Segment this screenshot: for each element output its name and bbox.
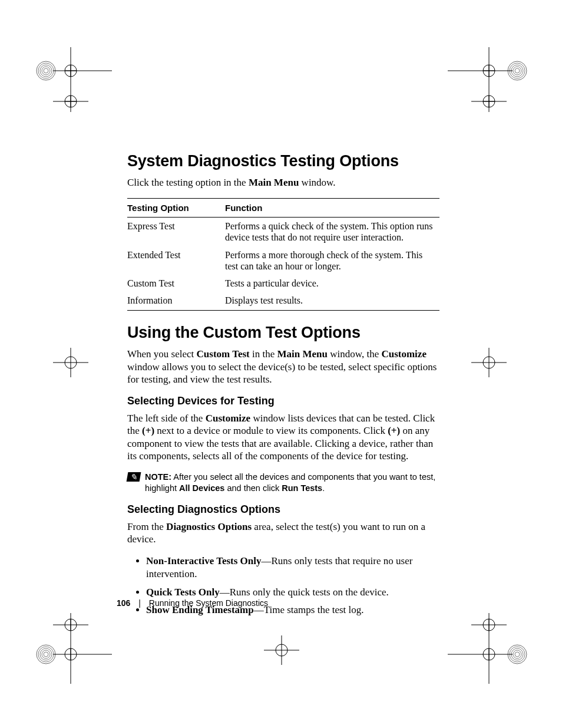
- th-function: Function: [225, 199, 439, 218]
- text: The left side of the: [127, 413, 206, 424]
- svg-point-60: [515, 652, 520, 657]
- diagnostics-paragraph: From the Diagnostics Options area, selec…: [127, 521, 439, 546]
- selecting-devices-paragraph: The left side of the Customize window li…: [127, 412, 439, 462]
- list-item: Non-Interactive Tests Only—Runs only tes…: [146, 555, 439, 581]
- customize-label: Customize: [206, 413, 250, 424]
- text: and then click: [224, 483, 282, 493]
- svg-point-23: [515, 68, 520, 73]
- svg-point-42: [38, 647, 54, 662]
- text: From the: [127, 521, 166, 532]
- regmark-bottom-right: [448, 613, 536, 684]
- regmark-mid-left: [53, 348, 88, 377]
- text: window.: [299, 177, 335, 188]
- table-row: Custom Test Tests a particular device.: [127, 275, 439, 292]
- cell-option: Information: [127, 292, 225, 311]
- option-name: Quick Tests Only: [146, 587, 220, 598]
- diagnostics-options-label: Diagnostics Options: [166, 521, 252, 532]
- th-option: Testing Option: [127, 199, 225, 218]
- cell-option: Custom Test: [127, 275, 225, 292]
- text: .: [322, 483, 325, 493]
- intro-paragraph: Click the testing option in the Main Men…: [127, 176, 439, 189]
- table-row: Express Test Performs a quick check of t…: [127, 218, 439, 246]
- svg-point-8: [42, 67, 50, 75]
- svg-point-44: [42, 650, 50, 658]
- cell-function: Performs a more thorough check of the sy…: [225, 246, 439, 275]
- customize-label: Customize: [381, 348, 426, 360]
- text: When you select: [127, 348, 197, 360]
- cell-function: Tests a particular device.: [225, 275, 439, 292]
- svg-point-9: [44, 68, 48, 73]
- regmark-top-left: [29, 47, 112, 112]
- subheading-selecting-devices: Selecting Devices for Testing: [127, 395, 439, 407]
- option-desc: —Time stamps the test log.: [254, 604, 364, 615]
- testing-options-table: Testing Option Function Express Test Per…: [127, 198, 439, 311]
- text: in the: [250, 348, 277, 360]
- option-name: Non-Interactive Tests Only: [146, 555, 262, 566]
- svg-point-41: [37, 645, 55, 664]
- regmark-mid-right: [471, 348, 507, 377]
- cell-function: Performs a quick check of the system. Th…: [225, 218, 439, 246]
- main-menu-label: Main Menu: [249, 177, 299, 188]
- custom-test-paragraph: When you select Custom Test in the Main …: [127, 348, 439, 386]
- table-row: Extended Test Performs a more thorough c…: [127, 246, 439, 275]
- list-item: Quick Tests Only—Runs only the quick tes…: [146, 586, 439, 599]
- cell-option: Extended Test: [127, 246, 225, 275]
- page-footer: 106 | Running the System Diagnostics: [117, 598, 268, 608]
- page-content: System Diagnostics Testing Options Click…: [127, 152, 439, 621]
- regmark-bottom-left: [29, 613, 112, 684]
- run-tests-label: Run Tests: [282, 483, 322, 493]
- note-icon: ✎: [127, 472, 141, 482]
- heading-custom-test: Using the Custom Test Options: [127, 324, 439, 342]
- text: Click the testing option in the: [127, 177, 249, 188]
- heading-system-diagnostics: System Diagnostics Testing Options: [127, 152, 439, 170]
- regmark-bottom-center: [264, 635, 299, 665]
- svg-point-45: [44, 652, 48, 657]
- text: window, the: [328, 348, 381, 360]
- subheading-diagnostics-options: Selecting Diagnostics Options: [127, 503, 439, 516]
- note-block: ✎ NOTE: After you select all the devices…: [127, 472, 439, 494]
- svg-point-59: [513, 650, 521, 658]
- table-row: Information Displays test results.: [127, 292, 439, 311]
- cell-function: Displays test results.: [225, 292, 439, 311]
- option-desc: —Runs only the quick tests on the device…: [220, 587, 389, 598]
- footer-separator: |: [138, 598, 141, 608]
- svg-point-5: [37, 61, 55, 80]
- main-menu-label: Main Menu: [277, 348, 328, 360]
- footer-title: Running the System Diagnostics: [149, 598, 268, 608]
- plus-symbol: (+): [388, 425, 400, 436]
- all-devices-label: All Devices: [179, 483, 224, 493]
- cell-option: Express Test: [127, 218, 225, 246]
- text: window allows you to select the device(s…: [127, 361, 437, 385]
- regmark-top-right: [448, 47, 536, 112]
- svg-point-22: [513, 67, 521, 75]
- note-text: NOTE: After you select all the devices a…: [145, 472, 439, 494]
- plus-symbol: (+): [142, 425, 154, 436]
- page-number: 106: [117, 598, 130, 608]
- text: next to a device or module to view its c…: [154, 425, 388, 436]
- custom-test-label: Custom Test: [197, 348, 250, 360]
- note-label: NOTE:: [145, 472, 171, 482]
- svg-point-6: [38, 63, 54, 78]
